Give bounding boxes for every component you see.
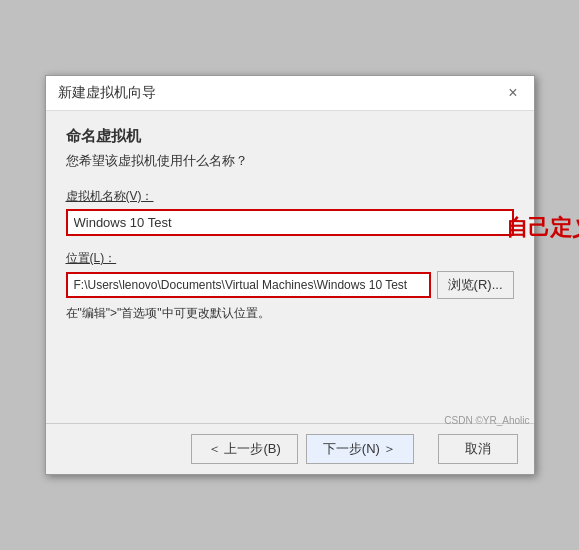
hint-text: 在"编辑">"首选项"中可更改默认位置。 [66, 305, 514, 322]
location-row: 浏览(R)... [66, 271, 514, 299]
dialog-body: 命名虚拟机 您希望该虚拟机使用什么名称？ 虚拟机名称(V)： 自己定义 位置(L… [46, 111, 534, 423]
next-button[interactable]: 下一步(N) ＞ [306, 434, 414, 464]
watermark: CSDN ©YR_Aholic [444, 415, 533, 426]
annotation-text: 自己定义 [506, 213, 580, 243]
title-bar: 新建虚拟机向导 × [46, 76, 534, 111]
vm-name-label: 虚拟机名称(V)： [66, 188, 514, 205]
browse-button[interactable]: 浏览(R)... [437, 271, 514, 299]
location-input[interactable] [66, 272, 431, 298]
dialog-footer: ＜ 上一步(B) 下一步(N) ＞ 取消 [46, 423, 534, 474]
location-group: 位置(L)： 浏览(R)... 在"编辑">"首选项"中可更改默认位置。 [66, 250, 514, 322]
back-button[interactable]: ＜ 上一步(B) [191, 434, 298, 464]
location-label: 位置(L)： [66, 250, 514, 267]
vm-name-input[interactable] [66, 209, 514, 236]
new-vm-wizard-dialog: 新建虚拟机向导 × 命名虚拟机 您希望该虚拟机使用什么名称？ 虚拟机名称(V)：… [45, 75, 535, 475]
vm-name-input-wrapper: 自己定义 [66, 209, 514, 236]
section-title: 命名虚拟机 [66, 127, 514, 146]
vm-name-group: 虚拟机名称(V)： 自己定义 [66, 188, 514, 236]
dialog-title: 新建虚拟机向导 [58, 84, 156, 102]
cancel-button[interactable]: 取消 [438, 434, 518, 464]
section-subtitle: 您希望该虚拟机使用什么名称？ [66, 152, 514, 170]
close-button[interactable]: × [504, 85, 521, 101]
